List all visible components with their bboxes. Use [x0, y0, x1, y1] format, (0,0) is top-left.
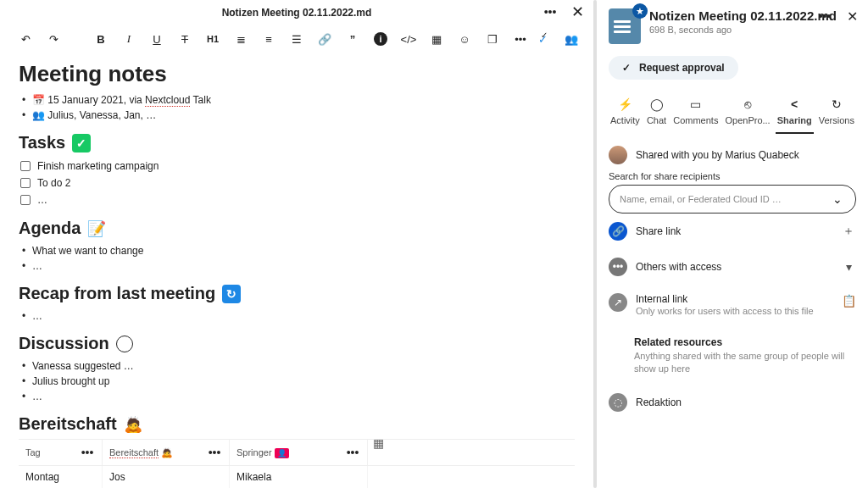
- history-icon: ↻: [829, 97, 844, 112]
- group-icon: ◌: [609, 393, 627, 412]
- collaborators-icon[interactable]: 👥: [565, 32, 578, 46]
- check-icon: ✓: [72, 134, 91, 152]
- tab-versions[interactable]: ↻Versions: [817, 93, 856, 134]
- request-approval-button[interactable]: ✓ Request approval: [609, 56, 738, 80]
- link-icon: 🔗: [609, 222, 627, 241]
- ul-icon[interactable]: ≣: [234, 32, 248, 46]
- external-icon: ↗: [609, 293, 627, 312]
- done-icon[interactable]: ✓✓: [536, 32, 549, 46]
- discussion-item: Julius brought up: [20, 374, 575, 389]
- panel-more-icon[interactable]: •••: [817, 8, 832, 24]
- document-filename: Notizen Meeting 02.11.2022.md: [222, 7, 372, 19]
- checkbox-icon[interactable]: [20, 195, 31, 205]
- task-item[interactable]: Finish marketing campaign: [20, 158, 575, 175]
- task-item[interactable]: To do 2: [20, 175, 575, 191]
- table[interactable]: ▦ Tag••• Bereitschaft 🙇••• Springer 👤•••…: [19, 439, 575, 488]
- details-panel: Notizen Meeting 02.11.2022.md 698 B, sec…: [597, 0, 868, 488]
- discussion-heading: Discussion: [19, 334, 575, 353]
- doc-h1: Meeting notes: [19, 61, 575, 87]
- dots-icon: •••: [609, 258, 627, 276]
- discussion-item: Vanessa suggested …: [20, 358, 575, 374]
- tab-sharing[interactable]: <Sharing: [776, 93, 814, 134]
- table-settings-icon[interactable]: ▦: [370, 435, 386, 451]
- underline-icon[interactable]: U: [150, 32, 164, 46]
- table-header: Tag••• Bereitschaft 🙇••• Springer 👤•••: [19, 439, 575, 466]
- tab-activity[interactable]: ⚡Activity: [609, 93, 642, 134]
- table-icon[interactable]: ▦: [430, 32, 443, 46]
- chat-icon: ◯: [649, 97, 665, 112]
- bold-icon[interactable]: B: [94, 32, 108, 46]
- redaktion-row[interactable]: ◌ Redaktion: [609, 385, 856, 420]
- person-icon: 🙇: [124, 415, 142, 434]
- close-icon[interactable]: ✕: [570, 4, 585, 19]
- panel-tabs: ⚡Activity ◯Chat ▭Comments ⎋OpenPro... <S…: [609, 93, 856, 134]
- checkbox-icon[interactable]: [20, 178, 31, 188]
- check-icon: ✓: [622, 62, 631, 74]
- checklist-icon[interactable]: ☰: [290, 32, 303, 46]
- share-search-input[interactable]: Name, email, or Federated Cloud ID … ⌄: [609, 185, 856, 214]
- panel-close-icon[interactable]: ✕: [844, 8, 860, 24]
- avatar: [609, 146, 627, 164]
- editor-toolbar: ↶ ↷ B I U T H1 ≣ ≡ ☰ 🔗 ” i </> ▦ ☺ ❐ •••…: [0, 25, 593, 53]
- agenda-item: …: [20, 258, 575, 274]
- info-icon[interactable]: i: [374, 32, 387, 46]
- share-link-row[interactable]: 🔗 Share link ＋: [609, 214, 856, 249]
- editor-header: Notizen Meeting 02.11.2022.md ••• ✕: [0, 0, 593, 25]
- overflow-icon[interactable]: •••: [514, 32, 527, 46]
- search-label: Search for share recipients: [609, 171, 856, 181]
- editor-pane: Notizen Meeting 02.11.2022.md ••• ✕ ↶ ↷ …: [0, 0, 593, 488]
- clipboard-icon[interactable]: 📋: [841, 293, 856, 308]
- others-access-row[interactable]: ••• Others with access ▾: [609, 249, 856, 285]
- speech-icon: [116, 336, 133, 352]
- col-menu-icon[interactable]: •••: [345, 445, 360, 460]
- image-icon[interactable]: ❐: [486, 32, 499, 46]
- agenda-heading: Agenda📝: [19, 219, 575, 238]
- discussion-item: …: [20, 389, 575, 404]
- undo-icon[interactable]: ↶: [19, 32, 32, 46]
- panel-title: Notizen Meeting 02.11.2022.md: [649, 8, 837, 23]
- op-icon: ⎋: [740, 97, 755, 112]
- code-icon[interactable]: </>: [402, 32, 415, 46]
- memo-icon: 📝: [87, 219, 106, 238]
- heading-icon[interactable]: H1: [206, 32, 220, 46]
- redo-icon[interactable]: ↷: [47, 32, 60, 46]
- recap-heading: Recap from last meeting↻: [19, 284, 575, 303]
- tab-openproject[interactable]: ⎋OpenPro...: [723, 93, 771, 134]
- task-item[interactable]: …: [20, 191, 575, 208]
- panel-subtitle: 698 B, seconds ago: [649, 25, 837, 35]
- file-icon: [609, 8, 641, 44]
- ol-icon[interactable]: ≡: [262, 32, 275, 46]
- related-sub: Anything shared with the same group of p…: [634, 350, 856, 376]
- add-icon[interactable]: ＋: [841, 224, 856, 239]
- link-icon[interactable]: 🔗: [318, 32, 331, 46]
- loop-icon: ↻: [222, 285, 241, 303]
- chevron-down-icon[interactable]: ⌄: [830, 191, 845, 207]
- more-icon[interactable]: •••: [542, 4, 558, 19]
- bolt-icon: ⚡: [617, 97, 632, 112]
- tab-comments[interactable]: ▭Comments: [671, 93, 720, 134]
- document-body[interactable]: Meeting notes 📅 15 January 2021, via Nex…: [0, 53, 593, 488]
- quote-icon[interactable]: ”: [346, 32, 359, 46]
- chevron-down-icon[interactable]: ▾: [841, 259, 856, 274]
- bereitschaft-heading: Bereitschaft🙇: [19, 414, 575, 434]
- related-heading: Related resources: [634, 336, 856, 348]
- share-icon: <: [787, 97, 802, 112]
- shared-with-row: Shared with you by Marius Quabeck: [609, 146, 856, 164]
- checkbox-icon[interactable]: [20, 161, 31, 171]
- meta-date: 📅 15 January 2021, via Nextcloud Talk: [20, 92, 575, 108]
- emoji-icon[interactable]: ☺: [458, 32, 471, 46]
- recap-item: …: [20, 308, 575, 324]
- comment-icon: ▭: [688, 97, 704, 112]
- internal-link-row[interactable]: ↗ Internal link Only works for users wit…: [609, 285, 856, 324]
- agenda-item: What we want to change: [20, 243, 575, 258]
- panel-header: Notizen Meeting 02.11.2022.md 698 B, sec…: [609, 8, 856, 44]
- tasks-heading: Tasks✓: [19, 133, 575, 152]
- meta-attendees: 👥 Julius, Vanessa, Jan, …: [20, 108, 575, 123]
- col-menu-icon[interactable]: •••: [207, 445, 222, 460]
- placeholder-text: Name, email, or Federated Cloud ID …: [620, 194, 782, 204]
- tab-chat[interactable]: ◯Chat: [645, 93, 668, 134]
- strike-icon[interactable]: T: [178, 32, 192, 46]
- col-menu-icon[interactable]: •••: [80, 445, 95, 460]
- italic-icon[interactable]: I: [122, 32, 136, 46]
- table-row[interactable]: Montag Jos Mikaela: [19, 466, 575, 488]
